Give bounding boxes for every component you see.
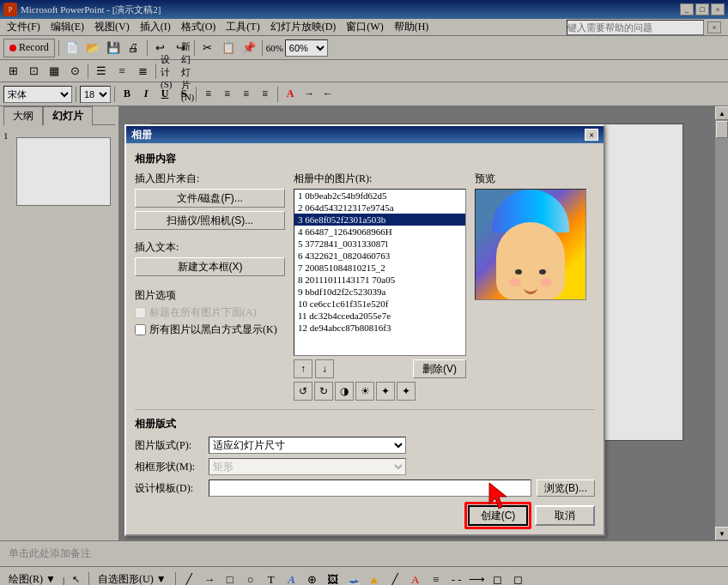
- list-item[interactable]: 7 200851084810215_2: [294, 262, 465, 274]
- bw-checkbox-row: 所有图片以黑白方式显示(K): [135, 323, 285, 337]
- baby-eye-right: [539, 269, 546, 274]
- design-template-input[interactable]: [209, 479, 531, 497]
- list-item[interactable]: 11 dc32b4cceda2055e7e: [294, 310, 465, 322]
- rotate-left-icon[interactable]: ↺: [294, 382, 312, 401]
- image-edit-icons: ↺ ↻ ◑ ☀ ✦ ✦: [294, 382, 466, 401]
- design-template-row: 设计模板(D): 浏览(B)...: [135, 479, 595, 497]
- baby-eye-left: [515, 269, 522, 274]
- dialog-title-text: 相册: [131, 128, 152, 142]
- dialog-close-button[interactable]: ×: [585, 129, 598, 141]
- photos-list[interactable]: 1 0b9eab2c54b9fd62d52 064d543212317e9745…: [294, 189, 466, 356]
- scanner-button[interactable]: 扫描仪/照相机(S)...: [135, 211, 285, 230]
- file-disk-button[interactable]: 文件/磁盘(F)...: [135, 189, 285, 208]
- dialog-title-bar: 相册 ×: [126, 126, 604, 143]
- bw-checkbox-label: 所有图片以黑白方式显示(K): [149, 323, 277, 337]
- album-style-section: 相册版式 图片版式(P): 适应幻灯片尺寸 相框形状(M): 矩形 设计模板(D…: [135, 409, 595, 497]
- caption-checkbox-label: 标题在所有图片下面(A): [149, 305, 257, 320]
- new-text-box-button[interactable]: 新建文本框(X): [135, 257, 285, 276]
- list-item[interactable]: 3 66e8f052f2301a503b: [294, 214, 465, 226]
- contrast-icon[interactable]: ◑: [335, 382, 354, 401]
- album-content-label: 相册内容: [135, 152, 595, 166]
- arrow-buttons: ↑ ↓ 删除(V): [294, 359, 466, 378]
- baby-photo-preview: [476, 190, 585, 299]
- move-down-button[interactable]: ↓: [315, 359, 334, 378]
- baby-cheek-right: [540, 278, 552, 286]
- grayscale-icon[interactable]: ✦: [376, 382, 395, 401]
- caption-checkbox[interactable]: [135, 307, 146, 318]
- browse-button[interactable]: 浏览(B)...: [537, 479, 595, 497]
- image-format-select[interactable]: 适应幻灯片尺寸: [209, 437, 406, 454]
- list-item[interactable]: 1 0b9eab2c54b9fd62d5: [294, 190, 465, 202]
- list-item[interactable]: 12 de94abcc87b80816f3: [294, 322, 465, 334]
- dialog-footer: 创建(C) 取消: [135, 505, 595, 526]
- preview-image: [475, 189, 586, 300]
- list-item[interactable]: 6 4322621_0820460763: [294, 250, 465, 262]
- insert-from-label: 插入图片来自:: [135, 172, 285, 186]
- baby-mouth: [524, 287, 537, 294]
- frame-shape-label: 相框形状(M):: [135, 460, 203, 474]
- brightness-icon[interactable]: ☀: [355, 382, 374, 401]
- create-button-wrapper: 创建(C): [468, 505, 528, 526]
- caption-checkbox-row: 标题在所有图片下面(A): [135, 305, 285, 320]
- baby-cheek-left: [509, 278, 521, 286]
- frame-shape-select[interactable]: 矩形: [209, 458, 406, 475]
- album-style-label: 相册版式: [135, 417, 595, 431]
- rotate-right-icon[interactable]: ↻: [314, 382, 333, 401]
- list-item[interactable]: 4 66487_12649068966H: [294, 226, 465, 238]
- create-button[interactable]: 创建(C): [468, 505, 528, 526]
- bw-checkbox[interactable]: [135, 324, 146, 335]
- image-format-label: 图片版式(P):: [135, 438, 203, 453]
- move-up-button[interactable]: ↑: [294, 359, 312, 378]
- baby-face: [496, 222, 565, 299]
- image-options-label: 图片选项: [135, 288, 285, 303]
- list-item[interactable]: 9 bbdf10d2f2c523039a: [294, 286, 465, 298]
- list-item[interactable]: 2 064d543212317e9745a: [294, 202, 465, 214]
- more-icon[interactable]: ✦: [397, 382, 416, 401]
- cancel-button[interactable]: 取消: [535, 505, 595, 526]
- image-format-row: 图片版式(P): 适应幻灯片尺寸: [135, 437, 595, 454]
- photos-list-label: 相册中的图片(R):: [294, 172, 466, 186]
- list-item[interactable]: 8 20111011143171 70a05: [294, 274, 465, 286]
- list-item[interactable]: 10 ce6cc1c61f351e520f: [294, 298, 465, 310]
- preview-label: 预览: [475, 172, 595, 186]
- insert-text-label: 插入文本:: [135, 240, 285, 255]
- design-template-label: 设计模板(D):: [135, 481, 203, 496]
- list-item[interactable]: 5 3772841_003133087l: [294, 238, 465, 250]
- delete-button[interactable]: 删除(V): [413, 359, 466, 378]
- album-dialog: 相册 × 相册内容 插入图片来自: 文件/磁盘(F)... 扫描仪/照相机(S)…: [124, 124, 605, 536]
- image-options-section: 图片选项 标题在所有图片下面(A) 所有图片以黑白方式显示(K): [135, 288, 285, 337]
- frame-shape-row: 相框形状(M): 矩形: [135, 458, 595, 475]
